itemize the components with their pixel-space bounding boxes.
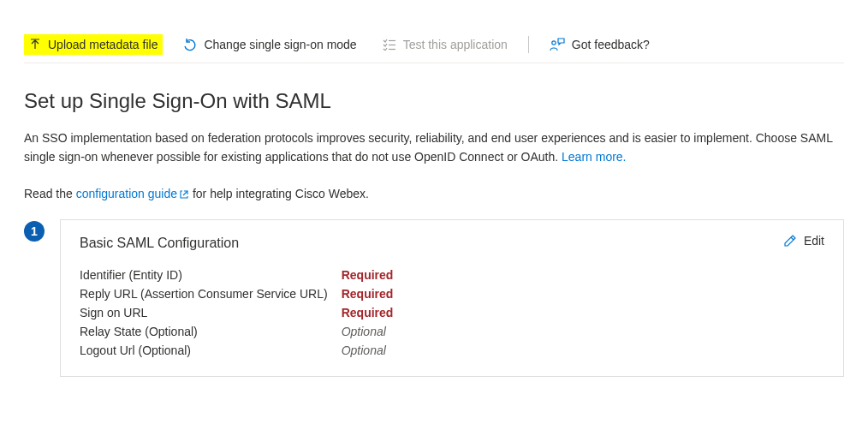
field-value: Required [342, 306, 824, 320]
field-value: Required [342, 268, 824, 282]
toolbar-separator [528, 36, 529, 53]
guide-link-text: configuration guide [76, 187, 177, 200]
step-badge: 1 [24, 221, 45, 242]
undo-arrow-icon [183, 38, 197, 51]
step-1-row: 1 Basic SAML Configuration Edit Identifi… [24, 219, 844, 377]
external-link-icon [179, 189, 189, 200]
edit-button[interactable]: Edit [783, 234, 824, 248]
svg-point-3 [552, 40, 556, 44]
person-feedback-icon [550, 38, 565, 51]
page-title: Set up Single Sign-On with SAML [24, 89, 844, 113]
checklist-icon [383, 39, 396, 51]
toolbar: Upload metadata file Change single sign-… [24, 26, 844, 63]
basic-saml-card: Basic SAML Configuration Edit Identifier… [60, 219, 844, 377]
pencil-icon [783, 234, 797, 248]
page-description: An SSO implementation based on federatio… [24, 128, 844, 166]
edit-label: Edit [804, 234, 824, 248]
description-text: An SSO implementation based on federatio… [24, 131, 832, 164]
upload-arrow-icon [29, 39, 41, 51]
guide-line: Read the configuration guide for help in… [24, 187, 844, 200]
field-label: Sign on URL [80, 306, 328, 320]
field-label: Relay State (Optional) [80, 325, 328, 338]
change-mode-button[interactable]: Change single sign-on mode [178, 34, 361, 55]
test-app-label: Test this application [403, 38, 508, 51]
field-grid: Identifier (Entity ID) Required Reply UR… [80, 268, 824, 357]
field-value: Optional [342, 325, 824, 338]
guide-post: for help integrating Cisco Webex. [189, 187, 369, 200]
upload-metadata-button[interactable]: Upload metadata file [24, 34, 163, 55]
guide-pre: Read the [24, 187, 76, 200]
field-label: Reply URL (Assertion Consumer Service UR… [80, 287, 328, 301]
upload-label: Upload metadata file [48, 38, 158, 51]
field-label: Logout Url (Optional) [80, 343, 328, 357]
learn-more-link[interactable]: Learn more. [562, 150, 626, 164]
field-value: Optional [342, 343, 824, 357]
feedback-button[interactable]: Got feedback? [544, 34, 655, 55]
test-app-button[interactable]: Test this application [378, 34, 513, 55]
svg-line-4 [791, 237, 794, 240]
field-value: Required [342, 287, 824, 301]
configuration-guide-link[interactable]: configuration guide [76, 187, 189, 200]
change-mode-label: Change single sign-on mode [204, 38, 356, 51]
feedback-label: Got feedback? [572, 38, 650, 51]
card-title: Basic SAML Configuration [80, 236, 824, 251]
field-label: Identifier (Entity ID) [80, 268, 328, 282]
